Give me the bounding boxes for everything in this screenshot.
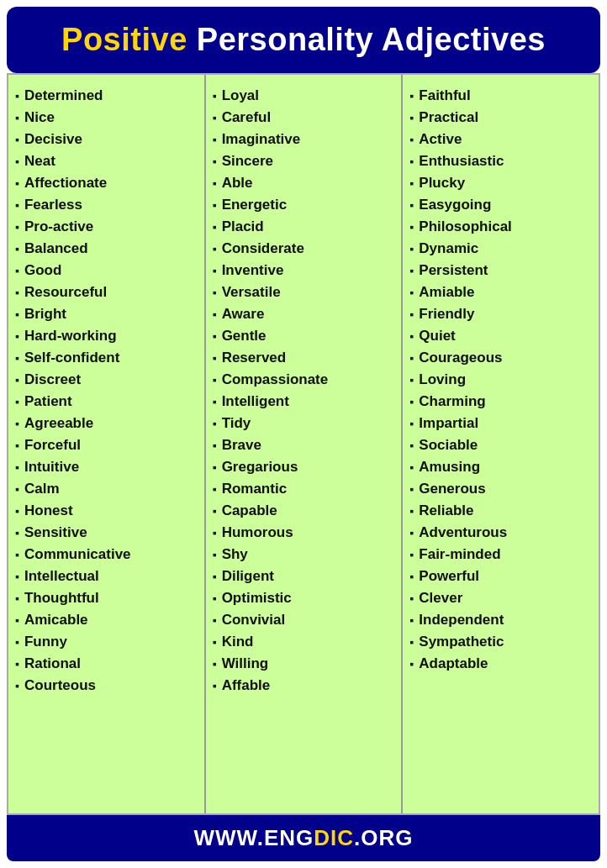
list-item: Generous — [409, 478, 592, 500]
list-item: Sympathetic — [409, 631, 592, 653]
list-item: Fair-minded — [409, 544, 592, 566]
list-item: Rational — [15, 653, 198, 675]
list-item: Funny — [15, 631, 198, 653]
list-item: Reliable — [409, 500, 592, 522]
list-item: Humorous — [213, 522, 395, 544]
header-positive: Positive — [61, 22, 187, 57]
list-item: Affectionate — [15, 172, 198, 194]
column-2: LoyalCarefulImaginativeSincereAbleEnerge… — [206, 75, 404, 813]
list-item: Adventurous — [409, 522, 592, 544]
list-item: Sincere — [213, 150, 395, 172]
list-item: Adaptable — [409, 653, 592, 675]
list-item: Quiet — [409, 325, 592, 347]
list-item: Brave — [213, 434, 395, 456]
list-item: Loving — [409, 369, 592, 391]
list-item: Clever — [409, 587, 592, 609]
content-area: DeterminedNiceDecisiveNeatAffectionateFe… — [7, 73, 600, 815]
list-item: Resourceful — [15, 281, 198, 303]
list-item: Compassionate — [213, 369, 395, 391]
list-item: Balanced — [15, 238, 198, 260]
list-item: Active — [409, 129, 592, 150]
list-item: Placid — [213, 216, 395, 238]
list-item: Discreet — [15, 369, 198, 391]
list-item: Energetic — [213, 194, 395, 216]
list-item: Nice — [15, 107, 198, 129]
list-item: Amicable — [15, 609, 198, 631]
list-item: Courageous — [409, 347, 592, 369]
list-item: Courteous — [15, 675, 198, 697]
list-item: Faithful — [409, 85, 592, 107]
list-item: Sociable — [409, 434, 592, 456]
footer-highlight: DIC — [314, 825, 354, 850]
list-item: Thoughtful — [15, 587, 198, 609]
list-item: Agreeable — [15, 413, 198, 434]
list-item: Capable — [213, 500, 395, 522]
column-2-list: LoyalCarefulImaginativeSincereAbleEnerge… — [213, 85, 395, 697]
column-1-list: DeterminedNiceDecisiveNeatAffectionateFe… — [15, 85, 198, 697]
list-item: Pro-active — [15, 216, 198, 238]
header-rest: Personality Adjectives — [187, 22, 546, 57]
list-item: Kind — [213, 631, 395, 653]
list-item: Practical — [409, 107, 592, 129]
list-item: Shy — [213, 544, 395, 566]
list-item: Reserved — [213, 347, 395, 369]
list-item: Self-confident — [15, 347, 198, 369]
list-item: Convivial — [213, 609, 395, 631]
list-item: Diligent — [213, 566, 395, 587]
list-item: Willing — [213, 653, 395, 675]
list-item: Charming — [409, 391, 592, 413]
list-item: Patient — [15, 391, 198, 413]
list-item: Gentle — [213, 325, 395, 347]
list-item: Considerate — [213, 238, 395, 260]
column-3: FaithfulPracticalActiveEnthusiasticPluck… — [403, 75, 599, 813]
list-item: Inventive — [213, 260, 395, 281]
footer-suffix: .ORG — [354, 825, 413, 850]
header: Positive Personality Adjectives — [7, 7, 600, 73]
list-item: Affable — [213, 675, 395, 697]
list-item: Aware — [213, 303, 395, 325]
list-item: Hard-working — [15, 325, 198, 347]
list-item: Friendly — [409, 303, 592, 325]
list-item: Bright — [15, 303, 198, 325]
list-item: Good — [15, 260, 198, 281]
list-item: Dynamic — [409, 238, 592, 260]
list-item: Easygoing — [409, 194, 592, 216]
column-1: DeterminedNiceDecisiveNeatAffectionateFe… — [8, 75, 206, 813]
footer: WWW.ENGDIC.ORG — [7, 815, 600, 861]
column-3-list: FaithfulPracticalActiveEnthusiasticPluck… — [409, 85, 592, 675]
list-item: Philosophical — [409, 216, 592, 238]
list-item: Independent — [409, 609, 592, 631]
list-item: Impartial — [409, 413, 592, 434]
list-item: Romantic — [213, 478, 395, 500]
list-item: Gregarious — [213, 456, 395, 478]
list-item: Enthusiastic — [409, 150, 592, 172]
list-item: Optimistic — [213, 587, 395, 609]
list-item: Careful — [213, 107, 395, 129]
list-item: Intelligent — [213, 391, 395, 413]
list-item: Determined — [15, 85, 198, 107]
list-item: Persistent — [409, 260, 592, 281]
list-item: Sensitive — [15, 522, 198, 544]
footer-text: WWW.ENGDIC.ORG — [194, 825, 414, 850]
list-item: Communicative — [15, 544, 198, 566]
footer-prefix: WWW.ENG — [194, 825, 314, 850]
list-item: Able — [213, 172, 395, 194]
list-item: Calm — [15, 478, 198, 500]
list-item: Plucky — [409, 172, 592, 194]
list-item: Fearless — [15, 194, 198, 216]
list-item: Powerful — [409, 566, 592, 587]
list-item: Tidy — [213, 413, 395, 434]
list-item: Loyal — [213, 85, 395, 107]
list-item: Honest — [15, 500, 198, 522]
list-item: Intuitive — [15, 456, 198, 478]
list-item: Amusing — [409, 456, 592, 478]
list-item: Imaginative — [213, 129, 395, 150]
list-item: Neat — [15, 150, 198, 172]
list-item: Versatile — [213, 281, 395, 303]
list-item: Amiable — [409, 281, 592, 303]
list-item: Intellectual — [15, 566, 198, 587]
list-item: Forceful — [15, 434, 198, 456]
list-item: Decisive — [15, 129, 198, 150]
